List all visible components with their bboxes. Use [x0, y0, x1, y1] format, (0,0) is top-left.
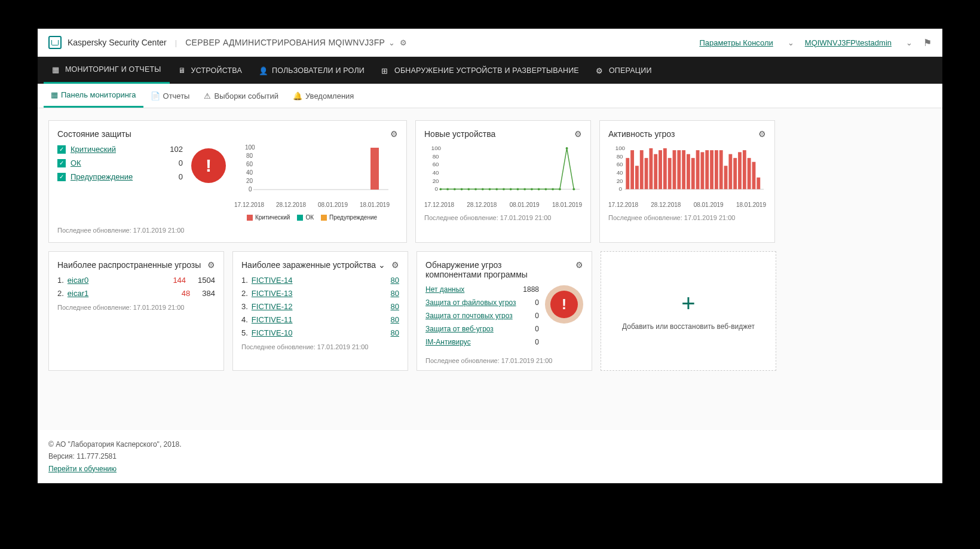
status-warn-link[interactable]: Предупреждение: [71, 172, 133, 181]
devices-icon: 🖥: [178, 66, 188, 75]
footer: © АО "Лаборатория Касперского", 2018. Ве…: [38, 430, 942, 483]
detection-row: Защита от файловых угроз0: [425, 298, 539, 307]
protection-chart: 100806040200 17.12.201828.12.201808.01.2…: [234, 145, 390, 221]
widget-updated: Последнее обновление: 17.01.2019 21:00: [57, 304, 215, 311]
svg-text:0: 0: [619, 185, 623, 192]
svg-rect-7: [370, 148, 379, 190]
svg-rect-68: [748, 158, 751, 189]
detection-link[interactable]: Защита от почтовых угроз: [425, 312, 513, 320]
subnav-events[interactable]: ⚠Выборки событий: [197, 84, 286, 108]
svg-text:20: 20: [617, 178, 623, 184]
svg-rect-64: [728, 154, 732, 190]
widget-title[interactable]: Наиболее зараженные устройства ⌄: [241, 260, 385, 270]
subnav-reports[interactable]: 📄Отчеты: [143, 84, 197, 108]
gear-icon[interactable]: ⚙: [391, 260, 399, 270]
gear-icon[interactable]: ⚙: [758, 129, 766, 139]
svg-text:60: 60: [433, 161, 439, 167]
svg-rect-49: [659, 150, 662, 189]
training-link[interactable]: Перейти к обучению: [48, 465, 117, 473]
svg-point-25: [510, 188, 512, 190]
chevron-down-icon[interactable]: ⌄: [388, 38, 395, 47]
svg-rect-51: [668, 158, 672, 189]
copyright: © АО "Лаборатория Касперского", 2018.: [48, 438, 932, 450]
threat-link[interactable]: eicar1: [68, 289, 88, 298]
device-count-link[interactable]: 80: [391, 302, 399, 311]
gear-icon[interactable]: ⚙: [207, 260, 215, 270]
svg-text:0: 0: [249, 186, 252, 193]
gear-icon[interactable]: ⚙: [390, 129, 398, 139]
device-link[interactable]: FICTIVE-13: [252, 289, 293, 298]
detection-link[interactable]: Защита от веб-угроз: [425, 325, 494, 333]
chart-legend: Критический ОК Предупреждение: [234, 214, 390, 221]
gear-icon[interactable]: ⚙: [575, 260, 583, 270]
widget-new-devices: Новые устройства ⚙ 100806040200 17.12.20…: [415, 120, 591, 243]
plus-icon: +: [681, 291, 695, 315]
device-link[interactable]: FICTIVE-12: [252, 302, 293, 311]
detection-link[interactable]: IM-Антивирус: [425, 338, 471, 346]
app-logo-icon: [48, 36, 62, 49]
widget-updated: Последнее обновление: 17.01.2019 21:00: [241, 343, 399, 350]
subnav-dashboard[interactable]: ▦Панель мониторинга: [44, 84, 143, 108]
svg-rect-70: [757, 178, 760, 190]
detection-link[interactable]: Нет данных: [425, 285, 464, 294]
status-row-warn: Предупреждение 0: [57, 172, 183, 181]
svg-text:40: 40: [617, 169, 623, 176]
checkbox-icon[interactable]: [57, 173, 66, 181]
svg-rect-47: [649, 148, 653, 189]
reports-icon: 📄: [151, 92, 160, 100]
chevron-down-icon[interactable]: ⌄: [906, 38, 912, 47]
widget-common-threats: Наиболее распространенные угрозы ⚙ 1. ei…: [48, 251, 224, 371]
svg-rect-53: [677, 150, 681, 189]
threat-link[interactable]: eicar0: [68, 276, 88, 285]
gear-icon[interactable]: ⚙: [574, 129, 582, 139]
svg-text:100: 100: [615, 145, 626, 151]
subnav-notifications[interactable]: 🔔Уведомления: [286, 84, 361, 108]
svg-point-20: [474, 188, 477, 190]
device-link[interactable]: FICTIVE-11: [252, 315, 293, 324]
detection-row: Защита от почтовых угроз0: [425, 312, 539, 320]
detection-row: Нет данных1888: [425, 285, 539, 294]
nav-discovery[interactable]: ⊞ОБНАРУЖЕНИЕ УСТРОЙСТВ И РАЗВЕРТЫВАНИЕ: [373, 57, 587, 84]
svg-point-18: [461, 188, 463, 190]
svg-rect-61: [715, 150, 718, 189]
device-count-link[interactable]: 80: [391, 328, 399, 337]
chevron-down-icon[interactable]: ⌄: [788, 38, 794, 47]
server-settings-icon[interactable]: ⚙: [400, 38, 407, 47]
device-link[interactable]: FICTIVE-14: [252, 276, 293, 285]
device-count-link[interactable]: 80: [391, 315, 399, 324]
nav-devices[interactable]: 🖥УСТРОЙСТВА: [170, 57, 250, 84]
widget-title: Активность угроз: [608, 129, 675, 139]
svg-rect-63: [724, 166, 728, 189]
device-row: 4.FICTIVE-1180: [241, 315, 399, 324]
svg-point-29: [538, 188, 540, 190]
flag-icon[interactable]: ⚑: [923, 37, 932, 48]
status-value: 102: [170, 145, 183, 154]
status-critical-link[interactable]: Критический: [71, 145, 116, 154]
widget-threat-detection: Обнаружение угроз компонентами программы…: [416, 251, 592, 371]
checkbox-icon[interactable]: [57, 159, 66, 167]
console-params-link[interactable]: Параметры Консоли: [699, 38, 773, 47]
nav-monitoring[interactable]: ▦МОНИТОРИНГ И ОТЧЕТЫ: [44, 57, 170, 84]
svg-point-22: [489, 188, 491, 190]
detection-link[interactable]: Защита от файловых угроз: [425, 298, 516, 307]
nav-users[interactable]: 👤ПОЛЬЗОВАТЕЛИ И РОЛИ: [250, 57, 373, 84]
svg-rect-67: [743, 150, 746, 189]
svg-rect-66: [738, 152, 742, 189]
device-link[interactable]: FICTIVE-10: [252, 328, 293, 337]
chevron-down-icon[interactable]: ⌄: [378, 260, 385, 270]
svg-rect-42: [626, 158, 629, 189]
status-value: 0: [179, 158, 183, 167]
nav-operations[interactable]: ⚙ОПЕРАЦИИ: [587, 57, 660, 84]
svg-point-26: [516, 188, 519, 190]
svg-rect-43: [630, 150, 634, 189]
user-menu-link[interactable]: MQIWNVJ3FP\testadmin: [805, 38, 892, 47]
checkbox-icon[interactable]: [57, 145, 66, 154]
status-ok-link[interactable]: ОК: [71, 158, 81, 167]
device-count-link[interactable]: 80: [391, 289, 399, 298]
server-name[interactable]: СЕРВЕР АДМИНИСТРИРОВАНИЯ MQIWNVJ3FP: [185, 38, 385, 47]
svg-point-16: [446, 188, 449, 190]
discovery-icon: ⊞: [381, 66, 391, 75]
device-count-link[interactable]: 80: [391, 276, 399, 285]
widget-title: Наиболее распространенные угрозы: [57, 260, 201, 270]
add-widget-button[interactable]: + Добавить или восстановить веб-виджет: [601, 251, 776, 371]
